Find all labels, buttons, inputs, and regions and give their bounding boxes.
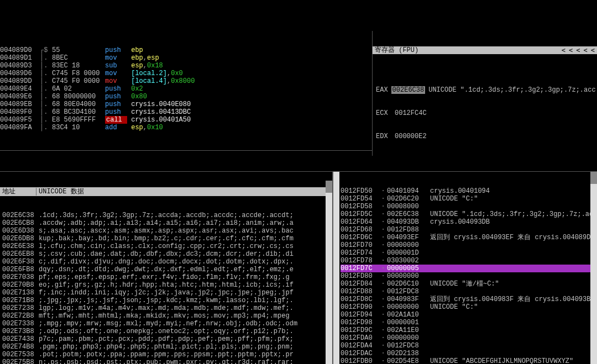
disasm-bytes: 83C4 10	[52, 124, 105, 131]
dump-row[interactable]: 002E7538.pot;.potm;.potx;.ppa;.ppam;.ppm…	[2, 351, 330, 358]
dump-row[interactable]: 002E71B8;.jpg;.jpx;.js;.jsf;.json;.jsp;.…	[2, 297, 330, 304]
dump-data-header[interactable]: UNICODE 数据	[36, 188, 84, 196]
dump-row[interactable]: 002E75B8n;.ps;.psb;.psd;.pst;.ptx;.pub;.…	[2, 358, 330, 364]
dump-row[interactable]: 002E6DB8kup;.bak;.bay;.bd;.bin;.bmp;.bz2…	[2, 235, 330, 242]
dump-row[interactable]: 002E74B8.pgm;.php;.php3;.php4;.php5;.pht…	[2, 343, 330, 351]
stack-row[interactable]: 0012FDA4·0012FDC8	[341, 342, 596, 350]
disasm-row[interactable]: 004089D1│.8BECmov ebp,esp	[0, 54, 372, 62]
dump-data: pf;.eps;.epsf;.epsp;.erf;.exr;.f4v;.fido…	[39, 273, 330, 281]
stack-row[interactable]: 0012FD94·002A1A10	[341, 311, 596, 319]
stack-row[interactable]: 0012FD74·0000001D	[341, 249, 596, 257]
dump-row[interactable]: 002E7038pf;.eps;.epsf;.epsp;.erf;.exr;.f…	[2, 273, 330, 281]
stack-addr: 0012FDA0	[341, 334, 379, 342]
dump-row[interactable]: 002E7138f;.inc;.indd;.ini;.iqy;.j2c;.j2k…	[2, 289, 330, 297]
disasm-mnemonic: mov	[105, 54, 127, 62]
reg-ecx-value[interactable]: 0012FC4C	[395, 109, 427, 117]
disasm-row[interactable]: 004089D3│.83EC 18sub esp,0x18	[0, 62, 372, 70]
memory-dump-pane[interactable]: 地址 UNICODE 数据 002E6C38.1cd;.3ds;.3fr;.3g…	[0, 172, 333, 364]
disasm-row[interactable]: 004089EB│.68 80E04000push crysis.0040E08…	[0, 101, 372, 108]
stack-row[interactable]: 0012FD8C·0040983F返回到 crysis.0040983F 来自 …	[341, 296, 596, 303]
registers-nav-arrows[interactable]: <<<<<	[558, 46, 595, 55]
stack-pane[interactable]: 0012FD50·00401094crysis.004010940012FD54…	[339, 172, 597, 364]
stack-row[interactable]: 0012FD9C·002A11E0	[341, 326, 596, 334]
disassembly-pane[interactable]: 004089D0┌$55push ebp004089D1│.8BECmov eb…	[0, 31, 373, 156]
stack-row[interactable]: 0012FD6C·004093EF返回到 crysis.004093EF 来自 …	[341, 234, 596, 241]
disasm-row[interactable]: 004089FA│.83C4 10add esp,0x10	[0, 124, 372, 131]
dump-row[interactable]: 002E6C38.1cd;.3ds;.3fr;.3g2;.3gp;.7z;.ac…	[2, 212, 330, 219]
disasm-row[interactable]: 004089DD│.C745 F0 0000mov [local.4],0x80…	[0, 77, 372, 85]
disasm-row[interactable]: 004089D0┌$55push ebp	[0, 46, 372, 54]
dump-addr: 002E7138	[2, 289, 39, 297]
dump-row[interactable]: 002E6F38c;.dif;.divx;.djvu;.dng;.doc;.do…	[2, 258, 330, 266]
divider-scrollbar[interactable]	[333, 172, 339, 364]
dump-row[interactable]: 002E6D38s;.asa;.asc;.ascx;.asm;.asmx;.as…	[2, 227, 330, 235]
disasm-operands: esp,0x10	[127, 124, 163, 131]
stack-row[interactable]: 0012FD98·00000001	[341, 319, 596, 326]
disasm-row[interactable]: 004089E4│.6A 02push 0x2	[0, 85, 372, 93]
dump-row[interactable]: 002E6E38l;.cfu;.chm;.cin;.class;.clx;.co…	[2, 242, 330, 250]
dump-row[interactable]: 002E7238lgp;.log;.m1v;.m4a;.m4v;.max;.md…	[2, 304, 330, 312]
dump-addr: 002E7438	[2, 335, 39, 343]
stack-value: 0040983F	[387, 296, 429, 303]
stack-row[interactable]: 0012FD80·00000000	[341, 272, 596, 280]
dump-row[interactable]: 002E7338;.mpg;.mpv;.mrw;.msg;.mxl;.myd;.…	[2, 320, 330, 328]
disasm-mnemonic: push	[105, 85, 127, 93]
stack-value: 002D2138	[387, 350, 429, 357]
dump-row[interactable]: 002E7438p7c;.pam;.pbm;.pct;.pcx;.pdd;.pd…	[2, 335, 330, 343]
stack-row[interactable]: 0012FD88·0012FDC8	[341, 288, 596, 296]
stack-row[interactable]: 0012FD78·03030002	[341, 257, 596, 265]
disasm-addr: 004089DD	[0, 77, 40, 85]
disasm-operands: 0x2	[127, 85, 143, 93]
reg-nav-arrow[interactable]: <	[576, 46, 580, 54]
reg-eax-value[interactable]: 002E6C38	[391, 86, 426, 94]
reg-nav-arrow[interactable]: <	[569, 46, 573, 54]
stack-value: 03030002	[387, 257, 429, 265]
stack-row[interactable]: 0012FD5C·002E6C38UNICODE ".1cd;.3ds;.3fr…	[341, 210, 596, 218]
dump-row[interactable]: 002E73B8;.odp;.ods;.oft;.one;.onepkg;.on…	[2, 328, 330, 335]
stack-value: 00000000	[387, 241, 429, 249]
stack-row[interactable]: 0012FDA0·00000000	[341, 334, 596, 342]
dump-row[interactable]: 002E6EB8s;.csv;.cub;.dae;.dat;.db;.dbf;.…	[2, 250, 330, 258]
registers-header[interactable]: 寄存器 (FPU) <<<<<	[373, 46, 597, 54]
stack-row[interactable]: 0012FD90·00000000UNICODE "C:"	[341, 303, 596, 311]
stack-row[interactable]: 0012FD64·004093DBcrysis.004093DB	[341, 218, 596, 226]
disasm-row[interactable]: 004089D6│.C745 F8 0000mov [local.2],0x0	[0, 70, 372, 77]
stack-row[interactable]: 0012FDAC·002D2138	[341, 350, 596, 357]
reg-nav-arrow[interactable]: <	[591, 46, 595, 54]
dump-data: kup;.bak;.bay;.bd;.bin;.bmp;.bz2;.c;.cdr…	[39, 235, 330, 242]
dump-row[interactable]: 002E72B8mft;.mfw;.mht;.mhtml;.mka;.mkidx…	[2, 312, 330, 320]
stack-addr: 0012FD7C	[341, 265, 379, 272]
stack-text	[430, 241, 596, 249]
registers-pane[interactable]: 寄存器 (FPU) <<<<< EAX002E6C38 UNICODE ".1c…	[373, 31, 597, 156]
disasm-bytes: 6A 02	[52, 85, 105, 93]
dump-addr-header[interactable]: 地址	[0, 188, 36, 196]
stack-row[interactable]: 0012FD70·00000000	[341, 241, 596, 249]
stack-row[interactable]: 0012FD58·00008000	[341, 203, 596, 210]
dump-row[interactable]: 002E6CB8.accdw;.adb;.adp;.ai;.ai3;.ai4;.…	[2, 219, 330, 227]
disasm-row[interactable]: 004089E6│.68 80000000push 0x80	[0, 93, 372, 101]
dump-scrollbar[interactable]	[326, 181, 332, 364]
stack-addr: 0012FDA4	[341, 342, 379, 350]
reg-edx-value[interactable]: 000000E2	[395, 133, 427, 140]
stack-scrollbar[interactable]	[590, 172, 597, 364]
stack-row[interactable]: 0012FD7C·00000005	[341, 265, 596, 272]
reg-nav-arrow[interactable]: <	[562, 46, 565, 54]
disasm-mnemonic: push	[105, 46, 127, 54]
disasm-row[interactable]: 004089F0│.68 BC3D4100push crysis.00413DB…	[0, 108, 372, 116]
dump-row[interactable]: 002E70B8eo;.gif;.grs;.gz;.h;.hdr;.hpp;.h…	[2, 281, 330, 289]
stack-row[interactable]: 0012FD84·002D6C10UNICODE "澉/橿~C:"	[341, 280, 596, 288]
stack-addr: 0012FD8C	[341, 296, 379, 303]
stack-row[interactable]: 0012FD54·002D6C20UNICODE "C:"	[341, 195, 596, 203]
stack-value: 00000005	[387, 265, 429, 272]
stack-row[interactable]: 0012FD68·0012FD88	[341, 226, 596, 234]
stack-row[interactable]: 0012FDB0·002D54E8UNICODE "ABCDEFGHIJKLMN…	[341, 357, 596, 364]
reg-nav-arrow[interactable]: <	[584, 46, 588, 54]
stack-row[interactable]: 0012FD50·00401094crysis.00401094	[341, 187, 596, 195]
dump-row[interactable]: 002E6FB8dqy;.dsn;.dt;.dtd;.dwg;.dwt;.dx;…	[2, 266, 330, 273]
disasm-bytes: 83EC 18	[52, 62, 105, 70]
stack-value: 002D54E8	[387, 357, 429, 364]
disasm-row[interactable]: 004089F5│.E8 5690FFFFcall crysis.00401A5…	[0, 116, 372, 124]
stack-text	[430, 272, 596, 280]
disasm-operands: esp,0x18	[127, 62, 163, 70]
stack-text: UNICODE "澉/橿~C:"	[430, 280, 596, 288]
